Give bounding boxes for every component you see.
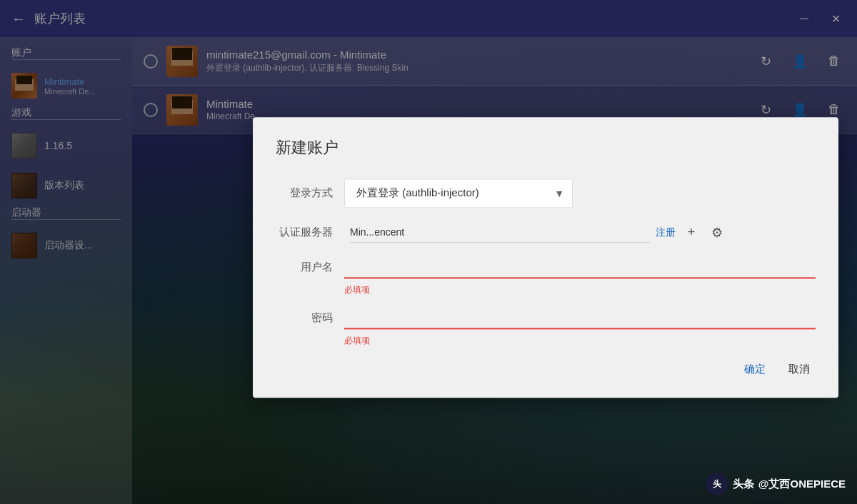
password-error: 必填项 [276, 335, 816, 347]
login-method-label: 登录方式 [276, 186, 333, 200]
password-label: 密码 [276, 311, 333, 329]
watermark-platform: 头条 [733, 478, 754, 491]
add-server-button[interactable]: + [681, 223, 701, 243]
cancel-button[interactable]: 取消 [783, 358, 816, 380]
login-method-row: 登录方式 外置登录 (authlib-injector) ▼ [276, 178, 816, 208]
username-error: 必填项 [276, 284, 816, 296]
login-method-select[interactable]: 外置登录 (authlib-injector) [344, 178, 573, 208]
register-link[interactable]: 注册 [656, 226, 676, 239]
watermark-icon: 头 [706, 473, 728, 495]
username-label: 用户名 [276, 261, 333, 278]
username-input[interactable] [344, 257, 816, 278]
new-account-dialog: 新建账户 登录方式 外置登录 (authlib-injector) ▼ 认证服务… [253, 117, 838, 398]
auth-server-row: 认证服务器 注册 + ⚙ [276, 222, 816, 243]
password-input[interactable] [344, 308, 816, 329]
password-row: 密码 [276, 308, 816, 329]
auth-server-input[interactable] [350, 222, 650, 243]
watermark-handle: @艾西ONEPIECE [758, 478, 846, 491]
confirm-button[interactable]: 确定 [738, 358, 771, 380]
dialog-footer: 确定 取消 [276, 358, 816, 380]
username-row: 用户名 [276, 257, 816, 278]
dialog-title: 新建账户 [276, 137, 816, 158]
login-method-select-wrapper: 外置登录 (authlib-injector) ▼ [344, 178, 573, 208]
auth-server-label: 认证服务器 [276, 226, 333, 239]
watermark: 头 头条 @艾西ONEPIECE [706, 473, 846, 495]
server-settings-button[interactable]: ⚙ [707, 223, 727, 243]
login-method-value: 外置登录 (authlib-injector) [356, 186, 479, 200]
